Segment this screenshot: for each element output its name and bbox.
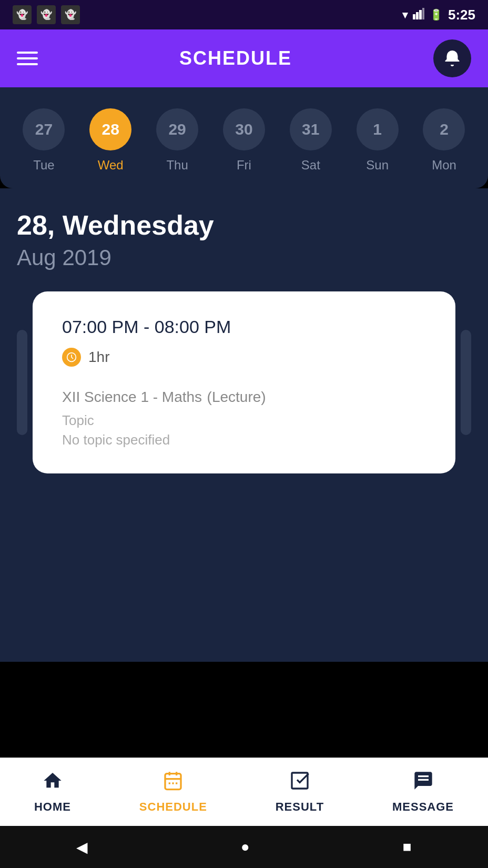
android-nav-bar: ◀ ● ■ [0, 826, 488, 868]
selected-month: Aug 2019 [17, 245, 471, 270]
message-icon [413, 770, 434, 796]
day-label-wed: Wed [98, 158, 124, 173]
day-number-27: 27 [23, 108, 65, 150]
days-row: 27 Tue 28 Wed 29 Thu 30 Fri 31 Sat 1 Sun… [13, 108, 475, 173]
nav-item-result[interactable]: RESULT [276, 770, 324, 814]
nav-label-home: HOME [34, 800, 71, 814]
status-bar-app-icons: 👻 👻 👻 [13, 5, 80, 24]
day-number-2: 2 [423, 108, 465, 150]
day-label-tue: Tue [33, 158, 54, 173]
svg-rect-10 [172, 782, 174, 784]
signal-icon [413, 8, 424, 22]
bell-icon [443, 49, 462, 68]
notification-button[interactable] [433, 39, 471, 77]
result-icon [289, 770, 310, 796]
day-label-thu: Thu [166, 158, 188, 173]
schedule-card-container: 07:00 PM - 08:00 PM 1hr XII Science 1 - … [17, 291, 471, 473]
main-content: 28, Wednesday Aug 2019 07:00 PM - 08:00 … [0, 188, 488, 662]
calendar-section: 27 Tue 28 Wed 29 Thu 30 Fri 31 Sat 1 Sun… [0, 87, 488, 188]
selected-day: 28, Wednesday [17, 209, 471, 241]
card-time: 07:00 PM - 08:00 PM [62, 317, 426, 337]
nav-bar: SCHEDULE [0, 29, 488, 87]
day-item-mon[interactable]: 2 Mon [423, 108, 465, 173]
card-handle-left[interactable] [17, 330, 27, 435]
page-title: SCHEDULE [179, 47, 292, 69]
schedule-card[interactable]: 07:00 PM - 08:00 PM 1hr XII Science 1 - … [33, 291, 455, 473]
wifi-icon: ▾ [402, 8, 408, 21]
day-label-mon: Mon [432, 158, 456, 173]
svg-marker-0 [413, 14, 415, 19]
app-icon-3: 👻 [61, 5, 80, 24]
svg-rect-11 [176, 782, 177, 784]
svg-rect-12 [292, 773, 308, 789]
card-handle-right[interactable] [461, 330, 471, 435]
svg-marker-2 [419, 10, 422, 19]
day-item-sat[interactable]: 31 Sat [290, 108, 332, 173]
back-button[interactable]: ◀ [76, 839, 88, 856]
day-label-sat: Sat [301, 158, 320, 173]
day-number-29: 29 [156, 108, 198, 150]
svg-marker-1 [416, 12, 419, 19]
home-button[interactable]: ● [241, 839, 250, 855]
svg-rect-9 [169, 782, 170, 784]
status-time: 5:25 [448, 7, 475, 23]
card-topic-label: Topic [62, 412, 426, 429]
svg-marker-3 [422, 8, 424, 19]
nav-item-schedule[interactable]: SCHEDULE [139, 770, 207, 814]
nav-label-result: RESULT [276, 800, 324, 814]
card-subject: XII Science 1 - Maths (Lecture) [62, 386, 426, 406]
home-icon [42, 770, 63, 796]
app-icon-2: 👻 [37, 5, 56, 24]
day-item-wed[interactable]: 28 Wed [89, 108, 131, 173]
day-number-31: 31 [290, 108, 332, 150]
day-item-fri[interactable]: 30 Fri [223, 108, 265, 173]
day-item-tue[interactable]: 27 Tue [23, 108, 65, 173]
day-number-28: 28 [89, 108, 131, 150]
app-icon-1: 👻 [13, 5, 32, 24]
recent-button[interactable]: ■ [403, 839, 412, 855]
status-bar: 👻 👻 👻 ▾ 🔋 5:25 [0, 0, 488, 29]
nav-label-schedule: SCHEDULE [139, 800, 207, 814]
battery-icon: 🔋 [430, 8, 443, 21]
day-label-fri: Fri [237, 158, 251, 173]
status-bar-right: ▾ 🔋 5:25 [402, 7, 475, 23]
day-item-thu[interactable]: 29 Thu [156, 108, 198, 173]
duration-text: 1hr [88, 349, 109, 366]
nav-item-home[interactable]: HOME [34, 770, 71, 814]
bottom-nav: HOME SCHEDULE RESULT MESSAGE [0, 758, 488, 826]
menu-button[interactable] [17, 52, 38, 65]
day-number-1: 1 [357, 108, 399, 150]
nav-label-message: MESSAGE [392, 800, 454, 814]
clock-icon [62, 348, 81, 367]
nav-item-message[interactable]: MESSAGE [392, 770, 454, 814]
day-label-sun: Sun [366, 158, 389, 173]
card-topic-value: No topic specified [62, 432, 426, 448]
schedule-icon [162, 770, 184, 796]
svg-rect-5 [165, 774, 181, 790]
day-item-sun[interactable]: 1 Sun [357, 108, 399, 173]
card-duration: 1hr [62, 348, 426, 367]
day-number-30: 30 [223, 108, 265, 150]
